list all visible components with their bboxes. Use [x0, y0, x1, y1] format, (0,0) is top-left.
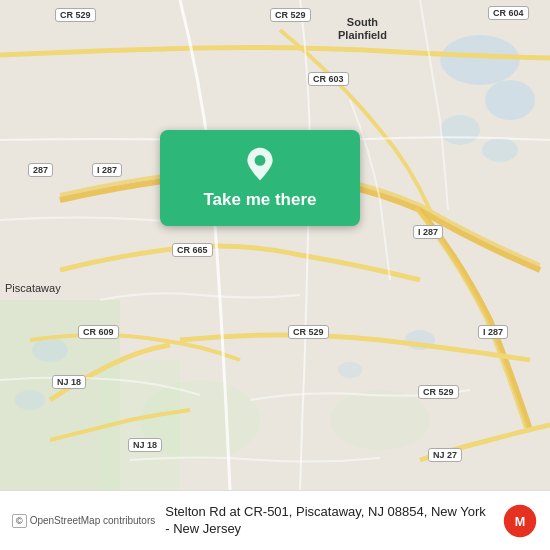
road-label-cr603: CR 603	[308, 72, 349, 86]
moovit-icon: M	[502, 503, 538, 539]
address-text: Stelton Rd at CR-501, Piscataway, NJ 088…	[165, 504, 492, 538]
svg-point-4	[482, 138, 518, 162]
svg-point-3	[440, 115, 480, 145]
moovit-logo: M	[502, 503, 538, 539]
take-me-there-button[interactable]: Take me there	[160, 130, 360, 226]
svg-point-12	[15, 390, 45, 410]
svg-point-10	[338, 362, 362, 378]
osm-credit-text: OpenStreetMap contributors	[30, 515, 156, 526]
map-container: CR 529 CR 529 CR 604 CR 603 I 287 287 CR…	[0, 0, 550, 490]
svg-point-8	[330, 390, 430, 450]
road-label-cr529-tl: CR 529	[55, 8, 96, 22]
cta-button-label: Take me there	[203, 190, 316, 210]
svg-point-1	[440, 35, 520, 85]
osm-logo: ©	[12, 514, 27, 528]
road-label-cr529-mid: CR 529	[288, 325, 329, 339]
osm-credit: © OpenStreetMap contributors	[12, 514, 155, 528]
road-label-287: 287	[28, 163, 53, 177]
road-label-cr665: CR 665	[172, 243, 213, 257]
location-pin-icon	[242, 146, 278, 182]
svg-point-13	[255, 155, 266, 166]
svg-point-11	[32, 338, 68, 362]
road-label-cr529-tm: CR 529	[270, 8, 311, 22]
road-label-cr529-bot: CR 529	[418, 385, 459, 399]
road-label-nj18-left: NJ 18	[52, 375, 86, 389]
map-background	[0, 0, 550, 490]
svg-point-2	[485, 80, 535, 120]
cta-button-container[interactable]: Take me there	[160, 130, 360, 226]
road-label-cr604: CR 604	[488, 6, 529, 20]
road-label-nj18-bot: NJ 18	[128, 438, 162, 452]
place-label-piscataway: Piscataway	[5, 282, 61, 294]
road-label-i287-br: I 287	[478, 325, 508, 339]
place-label-south-plainfield: SouthPlainfield	[338, 16, 387, 42]
road-label-cr609: CR 609	[78, 325, 119, 339]
road-label-i287-left: I 287	[92, 163, 122, 177]
road-label-nj27: NJ 27	[428, 448, 462, 462]
svg-text:M: M	[515, 515, 526, 529]
road-label-i287-right: I 287	[413, 225, 443, 239]
bottom-bar: © OpenStreetMap contributors Stelton Rd …	[0, 490, 550, 550]
